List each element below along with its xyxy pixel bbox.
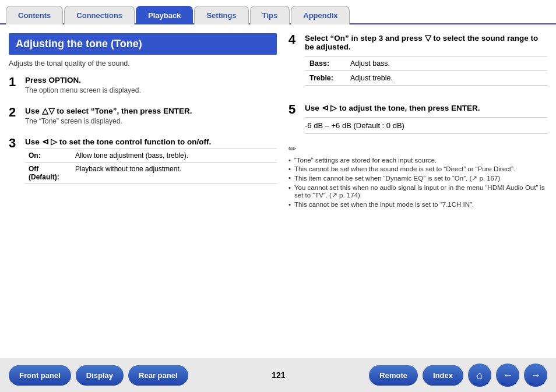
step-2-desc: The “Tone” screen is displayed. [25,117,277,125]
step-3-table: On: Allow tone adjustment (bass, treble)… [25,149,277,184]
step-5-title: Use ⊲ ▷ to adjust the tone, then press E… [305,103,547,112]
treble-label: Treble: [305,71,346,86]
step-5-block: 5 Use ⊲ ▷ to adjust the tone, then press… [288,103,547,134]
step-3-number: 3 [9,137,20,150]
tab-tips[interactable]: Tips [250,6,290,24]
tab-playback[interactable]: Playback [136,6,193,24]
step-4-content: Select “On” in step 3 and press ▽ to sel… [305,33,547,94]
home-button[interactable]: ⌂ [468,363,491,387]
left-column: Adjusting the tone (Tone) Adjusts the to… [9,33,277,347]
note-3: This item cannot be set when “Dynamic EQ… [288,174,547,182]
step-3-block: 3 Use ⊲ ▷ to set the tone control functi… [9,137,277,184]
forward-icon: → [530,369,541,382]
front-panel-button[interactable]: Front panel [9,365,71,386]
step-3-title: Use ⊲ ▷ to set the tone control function… [25,137,277,146]
home-icon: ⌂ [477,369,483,382]
remote-button[interactable]: Remote [369,365,418,386]
step-5-number: 5 [288,103,300,116]
display-button[interactable]: Display [76,365,124,386]
back-button[interactable]: ← [496,363,519,387]
table-row: Bass: Adjust bass. [305,56,547,71]
bottom-navigation: Front panel Display Rear panel 121 Remot… [0,358,556,392]
notes-section: ✏ “Tone” settings are stored for each in… [288,143,547,208]
forward-button[interactable]: → [524,363,547,387]
step-2-block: 2 Use △▽ to select “Tone”, then press EN… [9,106,277,129]
step-5-content: Use ⊲ ▷ to adjust the tone, then press E… [305,103,547,134]
step-4-number: 4 [288,33,300,46]
step-4-title: Select “On” in step 3 and press ▽ to sel… [305,33,547,51]
table-row: Treble: Adjust treble. [305,71,547,86]
tab-connections[interactable]: Connections [64,6,135,24]
index-button[interactable]: Index [423,365,463,386]
step-2-title: Use △▽ to select “Tone”, then press ENTE… [25,106,277,115]
step-4-table: Bass: Adjust bass. Treble: Adjust treble… [305,56,547,86]
step-1-number: 1 [9,76,20,89]
table-row: On: Allow tone adjustment (bass, treble)… [25,149,277,163]
step-1-title: Press OPTION. [25,76,277,84]
treble-value: Adjust treble. [346,71,547,86]
table-row: Off (Default): Playback without tone adj… [25,163,277,184]
note-5: This cannot be set when the input mode i… [288,201,547,208]
step-5-range: -6 dB – +6 dB (Default : 0 dB) [305,117,547,134]
right-column: 4 Select “On” in step 3 and press ▽ to s… [288,33,547,347]
main-content: Adjusting the tone (Tone) Adjusts the to… [0,24,556,352]
back-icon: ← [502,369,513,382]
note-2: This cannot be set when the sound mode i… [288,165,547,172]
bass-value: Adjust bass. [346,56,547,71]
pencil-icon: ✏ [288,143,547,154]
note-4: You cannot set this when no audio signal… [288,184,547,199]
tab-settings[interactable]: Settings [194,6,248,24]
step-1-block: 1 Press OPTION. The option menu screen i… [9,76,277,98]
rear-panel-button[interactable]: Rear panel [128,365,188,386]
step-1-content: Press OPTION. The option menu screen is … [25,76,277,98]
note-1: “Tone” settings are stored for each inpu… [288,157,547,164]
step-2-content: Use △▽ to select “Tone”, then press ENTE… [25,106,277,129]
step-3-content: Use ⊲ ▷ to set the tone control function… [25,137,277,184]
section-heading: Adjusting the tone (Tone) [9,33,277,55]
page-number: 121 [193,370,365,380]
top-navigation: Contents Connections Playback Settings T… [0,0,556,24]
section-subtitle: Adjusts the tonal quality of the sound. [9,59,277,68]
step-1-desc: The option menu screen is displayed. [25,86,277,94]
step-3-row1-col1: On: [25,149,72,163]
step-2-number: 2 [9,106,20,119]
step-4-block: 4 Select “On” in step 3 and press ▽ to s… [288,33,547,94]
step-3-row1-col2: Allow tone adjustment (bass, treble). [72,149,277,163]
tab-appendix[interactable]: Appendix [291,6,350,24]
step-3-row2-col1: Off (Default): [25,163,72,184]
tab-contents[interactable]: Contents [6,6,63,24]
bass-label: Bass: [305,56,346,71]
step-3-row2-col2: Playback without tone adjustment. [72,163,277,184]
